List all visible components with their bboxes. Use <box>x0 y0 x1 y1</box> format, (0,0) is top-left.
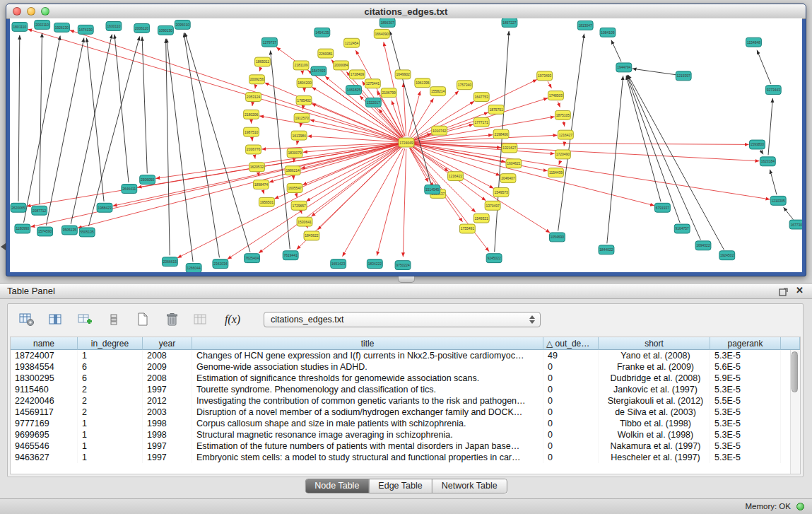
graph-node[interactable]: 1054690 <box>550 233 565 242</box>
graph-edge[interactable] <box>114 35 129 182</box>
graph-node[interactable]: 2046407 <box>500 174 516 183</box>
import-table-icon[interactable] <box>192 310 210 329</box>
graph-node[interactable]: 1924502 <box>719 251 735 260</box>
column-header-short[interactable]: short <box>599 337 710 350</box>
citation-edge[interactable] <box>259 68 261 71</box>
graph-edge[interactable] <box>770 170 777 194</box>
graph-node[interactable]: 1558214 <box>430 87 446 96</box>
citation-edge[interactable] <box>413 143 749 145</box>
citation-edge[interactable] <box>377 148 404 255</box>
graph-node[interactable]: 1574590 <box>37 227 53 236</box>
graph-node[interactable]: 1454135 <box>314 28 330 37</box>
graph-edge[interactable] <box>632 69 678 75</box>
graph-node[interactable]: 1898474 <box>254 180 269 189</box>
graph-node[interactable]: 1275441 <box>365 79 380 88</box>
citation-edge[interactable] <box>403 148 406 257</box>
graph-node[interactable]: 2506050 <box>140 175 155 185</box>
graph-node[interactable]: 1844022 <box>599 245 614 255</box>
graph-node[interactable]: 1875751 <box>488 105 504 114</box>
table-row[interactable]: 1830029562008Estimation of significance … <box>11 373 800 384</box>
graph-node[interactable]: 1926130 <box>54 23 70 32</box>
table-vertical-scrollbar[interactable] <box>790 350 800 474</box>
graph-node[interactable]: 1785402 <box>296 96 312 105</box>
graph-edge[interactable] <box>495 31 509 252</box>
graph-node[interactable]: 1605547 <box>287 184 302 193</box>
graph-edge[interactable] <box>87 38 105 201</box>
new-file-icon[interactable] <box>134 310 152 329</box>
table-row[interactable]: 1938455462009Genome-wide association stu… <box>11 361 800 373</box>
table-row[interactable]: 1872400712008Changes of HCN gene express… <box>11 350 800 361</box>
graph-edge[interactable] <box>607 76 623 243</box>
graph-node[interactable]: 1461825 <box>346 86 362 95</box>
graph-node[interactable]: 2066615 <box>162 257 177 267</box>
citation-edge[interactable] <box>564 122 565 127</box>
graph-node[interactable]: 1154848 <box>746 37 762 47</box>
graph-node[interactable]: 2095010 <box>175 20 190 29</box>
graph-node[interactable]: 1728409 <box>350 70 365 79</box>
table-settings-icon[interactable] <box>18 310 36 329</box>
function-builder-button[interactable]: f(x) <box>220 310 245 329</box>
graph-node[interactable]: 1547493 <box>311 66 326 76</box>
graph-node[interactable]: 1593800 <box>750 140 765 149</box>
column-header-title[interactable]: title <box>192 337 543 350</box>
edit-table-icon[interactable] <box>76 310 94 329</box>
graph-node[interactable]: 1630110 <box>106 21 122 30</box>
table-row[interactable]: 2242004622012Investigating the contribut… <box>11 395 800 407</box>
graph-node[interactable]: 1813047 <box>577 21 593 30</box>
column-header-name[interactable]: name <box>11 337 78 350</box>
graph-edge[interactable] <box>784 207 794 219</box>
panel-resize-grip[interactable] <box>398 276 415 283</box>
graph-node[interactable]: 1973493 <box>537 71 553 81</box>
citation-edge[interactable] <box>254 156 255 158</box>
graph-node[interactable]: 1944794 <box>616 63 632 72</box>
graph-node[interactable]: 9245022 <box>486 254 502 263</box>
graph-node[interactable]: 1757340 <box>457 81 472 90</box>
show-columns-icon[interactable] <box>47 310 65 329</box>
citation-edge[interactable] <box>325 76 401 139</box>
graph-node[interactable]: 1530641 <box>297 217 312 226</box>
graph-node[interactable]: 7619441 <box>283 251 298 260</box>
graph-node[interactable]: 1514545 <box>425 185 440 194</box>
graph-node[interactable]: 1620532 <box>249 163 265 172</box>
graph-node[interactable]: 2198406 <box>493 129 509 139</box>
graph-node[interactable]: 2087712 <box>32 206 47 215</box>
column-header-out_degree[interactable]: △ out_de… <box>543 337 599 350</box>
graph-node[interactable]: 1549321 <box>473 214 489 223</box>
graph-node[interactable]: 1748503 <box>548 91 564 100</box>
graph-edge[interactable] <box>18 35 20 201</box>
citation-edge[interactable] <box>297 141 298 144</box>
graph-edge[interactable] <box>142 37 147 173</box>
graph-node[interactable]: 1755491 <box>459 224 475 233</box>
citation-edge[interactable] <box>30 144 400 227</box>
graph-node[interactable]: 2342034 <box>213 259 228 269</box>
citation-edge[interactable] <box>413 144 770 199</box>
table-row[interactable]: 946362711997Embryonic stem cells: a mode… <box>11 452 800 463</box>
table-row[interactable]: 977716911998Corpus callosum shape and si… <box>11 418 800 429</box>
graph-node[interactable]: 9505135 <box>61 226 77 235</box>
graph-node[interactable]: 1474130 <box>78 25 93 34</box>
citation-network-graph[interactable]: 1724049218110918042001785402191257316139… <box>10 18 802 272</box>
close-panel-icon[interactable]: ✕ <box>796 285 804 296</box>
graph-node[interactable]: 1623184 <box>760 157 775 166</box>
graph-node[interactable]: 9750224 <box>395 261 411 270</box>
graph-node[interactable]: 2002110 <box>35 20 50 29</box>
graph-node[interactable]: 2646411 <box>122 185 137 194</box>
citation-edge[interactable] <box>300 124 301 127</box>
graph-node[interactable]: 1321627 <box>502 144 517 153</box>
citation-edge[interactable] <box>307 228 308 228</box>
graph-node[interactable]: 2036776 <box>246 145 261 154</box>
graph-edge[interactable] <box>46 38 83 226</box>
graph-edge[interactable] <box>24 36 61 223</box>
graph-edge[interactable] <box>760 150 763 154</box>
graph-node[interactable]: 1370497 <box>485 201 500 210</box>
graph-node[interactable]: 1604621 <box>506 159 522 168</box>
graph-node[interactable]: 2053124 <box>246 93 261 102</box>
graph-node[interactable]: 9273443 <box>765 86 781 95</box>
graph-node[interactable]: 1777171 <box>473 117 489 127</box>
citation-edge[interactable] <box>263 191 264 194</box>
graph-node[interactable]: 1801110 <box>12 22 28 31</box>
graph-node[interactable]: 1843622 <box>304 231 319 240</box>
table-row[interactable]: 1456911722003Disruption of a novel membe… <box>11 407 800 418</box>
graph-node[interactable]: 1613984 <box>291 131 307 140</box>
column-header-pagerank[interactable]: pagerank <box>710 337 781 350</box>
